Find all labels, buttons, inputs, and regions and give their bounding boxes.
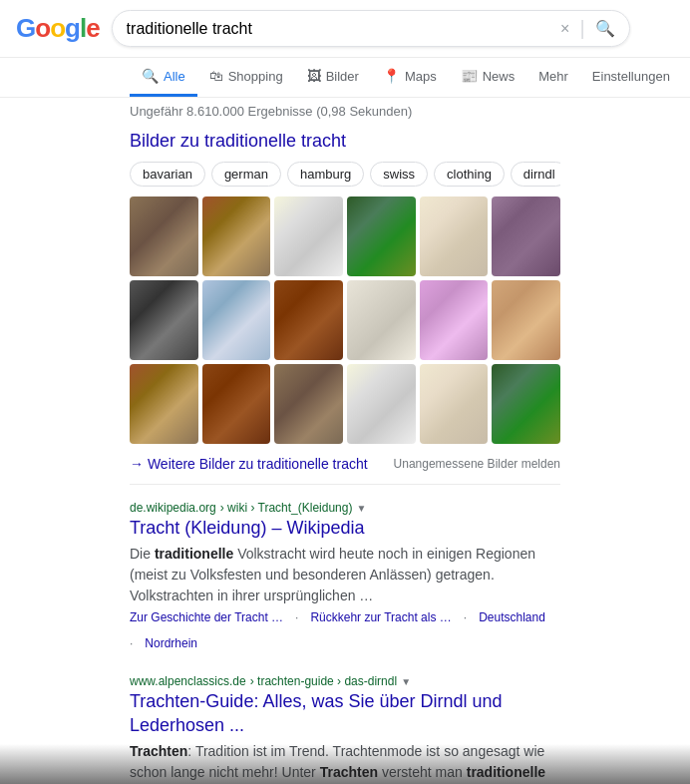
logo-g2: g [65,13,80,43]
chip-clothing[interactable]: clothing [434,162,505,187]
chip-bavarian[interactable]: bavarian [130,162,205,187]
image-thumb-2-4[interactable] [347,280,416,360]
image-grid-row-2 [130,280,560,360]
search-input[interactable] [127,20,560,38]
image-thumb-2-5[interactable] [420,280,489,360]
image-thumb-1-4[interactable] [347,196,416,276]
image-thumb-3-4[interactable] [347,364,416,444]
header: Google × | 🔍 [0,0,690,58]
image-thumb-3-2[interactable] [202,364,271,444]
tab-shopping[interactable]: 🛍 Shopping [197,58,295,97]
alle-icon: 🔍 [142,68,159,84]
search-bar: × | 🔍 [112,10,630,47]
result-item-1: de.wikipedia.org › wiki › Tracht_(Kleidu… [130,501,560,650]
result-2-url: www.alpenclassics.de › trachten-guide › … [130,674,560,688]
maps-icon: 📍 [383,68,400,84]
sitelink-1-1[interactable]: Zur Geschichte der Tracht … [130,610,283,624]
image-thumb-3-1[interactable] [130,364,198,444]
bilder-icon: 🖼 [307,68,321,84]
sitelink-sep-2: · [464,610,467,624]
image-thumb-1-6[interactable] [492,196,560,276]
tab-alle[interactable]: 🔍 Alle [130,58,197,97]
image-thumb-1-1[interactable] [130,196,198,276]
search-submit-icon[interactable]: 🔍 [595,19,615,38]
tab-einstellungen[interactable]: Einstellungen [580,59,682,97]
tab-suchfilter[interactable]: Suchfilter [682,59,690,97]
logo-o1: o [35,13,50,43]
clear-icon[interactable]: × [560,20,569,38]
result-1-sitelinks: Zur Geschichte der Tracht … · Rückkehr z… [130,610,560,650]
result-2-title[interactable]: Trachten-Guide: Alles, was Sie über Dirn… [130,690,560,737]
image-thumb-3-3[interactable] [274,364,343,444]
image-thumb-2-3[interactable] [274,280,343,360]
divider-icon: | [579,17,584,40]
chip-dirndl[interactable]: dirndl [511,162,560,187]
tab-mehr-label: Mehr [538,69,568,84]
image-thumb-2-1[interactable] [130,280,198,360]
result-1-title[interactable]: Tracht (Kleidung) – Wikipedia [130,517,560,540]
image-thumb-3-6[interactable] [492,364,560,444]
more-images-link[interactable]: → Weitere Bilder zu traditionelle tracht [130,456,368,472]
logo-g: G [16,13,35,43]
nav-tabs: 🔍 Alle 🛍 Shopping 🖼 Bilder 📍 Maps 📰 News… [0,58,690,98]
report-images-link[interactable]: Unangemessene Bilder melden [394,457,560,471]
result-2-path: › trachten-guide › das-dirndl [250,674,397,688]
sitelink-sep-1: · [295,610,298,624]
logo-e: e [86,13,99,43]
result-1-url: de.wikipedia.org › wiki › Tracht_(Kleidu… [130,501,560,515]
tab-news[interactable]: 📰 News [449,58,527,97]
image-grid-row-1 [130,196,560,276]
tab-maps[interactable]: 📍 Maps [371,58,449,97]
tab-bilder[interactable]: 🖼 Bilder [295,58,371,97]
result-1-site: de.wikipedia.org [130,501,216,515]
sitelink-1-4[interactable]: Nordrhein [145,636,197,650]
bottom-fade [0,744,690,784]
image-section-title[interactable]: Bilder zu traditionelle tracht [130,131,560,152]
result-2-dropdown[interactable]: ▼ [401,676,411,687]
image-thumb-1-3[interactable] [274,196,343,276]
result-2-site: www.alpenclassics.de [130,674,246,688]
search-icons: × | 🔍 [560,17,615,40]
tab-news-label: News [483,69,516,84]
tab-bilder-label: Bilder [326,69,359,84]
search-results: de.wikipedia.org › wiki › Tracht_(Kleidu… [0,501,690,784]
image-thumb-3-5[interactable] [420,364,489,444]
snippet-1-bold-1: traditionelle [155,546,233,562]
image-grid-row-3 [130,364,560,444]
image-thumb-2-2[interactable] [202,280,271,360]
tab-alle-label: Alle [164,69,185,84]
image-thumb-2-6[interactable] [492,280,560,360]
image-section: Bilder zu traditionelle tracht bavarian … [0,125,690,485]
chip-german[interactable]: german [211,162,281,187]
google-logo[interactable]: Google [16,13,100,44]
news-icon: 📰 [461,68,478,84]
result-count: Ungefähr 8.610.000 Ergebnisse (0,98 Seku… [0,98,690,125]
result-1-snippet: Die traditionelle Volkstracht wird heute… [130,544,560,606]
sitelink-sep-3: · [130,636,133,650]
tab-maps-label: Maps [405,69,437,84]
result-1-dropdown[interactable]: ▼ [356,503,366,514]
sitelink-1-2[interactable]: Rückkehr zur Tracht als … [310,610,451,624]
shopping-icon: 🛍 [209,68,223,84]
result-1-path: › wiki › Tracht_(Kleidung) [220,501,353,515]
image-thumb-1-5[interactable] [420,196,489,276]
logo-o2: o [50,13,65,43]
tab-shopping-label: Shopping [228,69,283,84]
tab-einstellungen-label: Einstellungen [592,69,670,84]
chip-hamburg[interactable]: hamburg [287,162,364,187]
image-thumb-1-2[interactable] [202,196,271,276]
chip-swiss[interactable]: swiss [370,162,428,187]
tab-mehr[interactable]: Mehr [526,59,580,97]
filter-chips: bavarian german hamburg swiss clothing d… [130,162,560,187]
sitelink-1-3[interactable]: Deutschland [479,610,545,624]
more-images-row: → Weitere Bilder zu traditionelle tracht… [130,448,560,485]
